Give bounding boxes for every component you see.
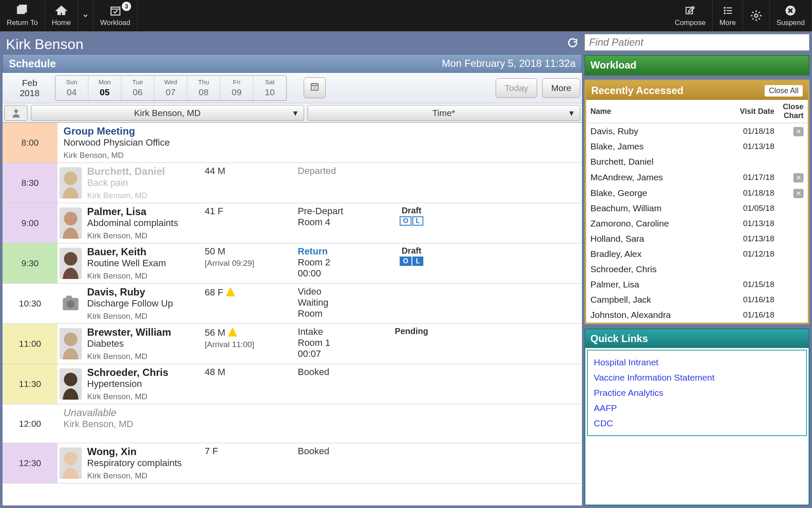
avatar	[58, 284, 84, 323]
appointment-row[interactable]: 11:30 Schroeder, Chris Hypertension Kirk…	[3, 364, 582, 404]
day-column[interactable]: Thu08	[187, 76, 220, 100]
search-input[interactable]	[584, 34, 809, 51]
workload-panel-header[interactable]: Workload	[585, 56, 809, 75]
appt-info: Schroeder, Chris Hypertension Kirk Benso…	[84, 364, 202, 404]
avatar	[58, 443, 84, 483]
recent-row[interactable]: Johnston, Alexandra01/16/18	[586, 307, 808, 323]
appointment-row[interactable]: 12:00 Unavailable Kirk Benson, MD	[3, 404, 582, 443]
warning-icon	[226, 287, 235, 296]
appt-time: 12:30	[3, 443, 58, 483]
appt-room: Booked	[295, 443, 380, 483]
appt-time: 10:30	[3, 284, 58, 323]
recent-row[interactable]: Blake, George01/18/18✕	[586, 185, 808, 201]
svg-rect-29	[66, 296, 71, 299]
svg-rect-1	[19, 5, 26, 12]
recent-row[interactable]: Blake, James01/13/18	[586, 139, 808, 154]
home-button[interactable]: Home	[45, 0, 78, 31]
date-selector-row: Feb 2018 Sun04Mon05Tue06Wed07Thu08Fri09S…	[3, 73, 582, 103]
home-icon	[55, 4, 68, 17]
person-filter-button[interactable]	[4, 105, 27, 121]
sort-select[interactable]: Time* ▾	[307, 105, 581, 121]
return-to-button[interactable]: Return To	[0, 0, 45, 31]
recent-row[interactable]: Schroeder, Chris	[586, 262, 808, 277]
schedule-header: Schedule Mon February 5, 2018 11:32a	[3, 54, 582, 73]
settings-button[interactable]	[743, 0, 770, 31]
day-column[interactable]: Sun04	[55, 76, 88, 100]
col-visit-date: Visit Date	[716, 100, 779, 123]
appt-info: Brewster, William Diabetes Kirk Benson, …	[84, 324, 202, 364]
appt-status	[380, 364, 443, 404]
refresh-button[interactable]	[567, 37, 579, 52]
close-chart-button[interactable]: ✕	[793, 173, 804, 182]
appt-status: DraftOL	[380, 243, 443, 283]
svg-rect-10	[726, 13, 732, 14]
avatar	[58, 324, 84, 364]
appointment-row[interactable]: 10:30 Davis, Ruby Discharge Follow Up Ki…	[3, 284, 582, 324]
return-to-icon	[16, 4, 29, 17]
close-all-button[interactable]: Close All	[765, 85, 803, 97]
appointment-row[interactable]: 11:00 Brewster, William Diabetes Kirk Be…	[3, 324, 582, 364]
schedule-more-button[interactable]: More	[542, 78, 580, 98]
appt-time: 11:30	[3, 364, 58, 404]
appointment-row[interactable]: 8:30 Burchett, Daniel Back pain Kirk Ben…	[3, 163, 582, 203]
appt-time: 11:00	[3, 324, 58, 364]
appt-status: Pending	[380, 324, 443, 364]
avatar	[58, 163, 84, 203]
calendar-picker-button[interactable]	[304, 77, 326, 98]
chevron-down-icon: ▾	[569, 108, 574, 118]
appt-room: Departed	[295, 163, 380, 203]
month-year-label: Feb 2018	[4, 78, 55, 98]
quick-link[interactable]: Practice Analytics	[594, 385, 800, 400]
svg-point-21	[64, 172, 77, 185]
schedule-label: Schedule	[9, 58, 56, 70]
compose-button[interactable]: Compose	[668, 0, 713, 31]
schedule-date: Mon February 5, 2018 11:32a	[442, 58, 576, 69]
appt-time: 8:30	[3, 163, 58, 203]
quick-links-list: Hospital IntranetVaccine Information Sta…	[587, 350, 807, 436]
recent-row[interactable]: Palmer, Lisa01/15/18	[586, 277, 808, 292]
today-button[interactable]: Today	[496, 78, 537, 98]
appt-room: IntakeRoom 100:07	[295, 324, 380, 364]
recent-row[interactable]: Beachum, William01/05/18	[586, 201, 808, 216]
quick-link[interactable]: CDC	[594, 416, 800, 431]
recent-row[interactable]: Zamorono, Caroline01/13/18	[586, 216, 808, 231]
recent-row[interactable]: Holland, Sara01/13/18	[586, 231, 808, 246]
recent-row[interactable]: Campbell, Jack01/16/18	[586, 292, 808, 307]
appointment-row[interactable]: 12:30 Wong, Xin Respiratory complaints K…	[3, 443, 582, 483]
provider-select[interactable]: Kirk Benson, MD ▾	[31, 105, 304, 121]
day-column[interactable]: Tue06	[121, 76, 154, 100]
workload-button[interactable]: Workload 3	[93, 0, 138, 31]
recent-row[interactable]: Burchett, Daniel	[586, 154, 808, 169]
svg-point-9	[724, 12, 725, 14]
appointments-list[interactable]: 8:00 Group Meeting Norwood Physician Off…	[3, 123, 582, 505]
close-chart-button[interactable]: ✕	[793, 127, 804, 136]
day-column[interactable]: Sat10	[253, 76, 286, 100]
patient-header: Kirk Benson	[3, 34, 582, 54]
quick-link[interactable]: AAFP	[594, 400, 800, 416]
appt-info: Bauer, Keith Routine Well Exam Kirk Bens…	[84, 243, 202, 283]
recent-row[interactable]: Davis, Ruby01/18/18✕	[586, 123, 808, 139]
col-close-chart: Close Chart	[779, 100, 808, 123]
day-column[interactable]: Wed07	[154, 76, 187, 100]
more-button[interactable]: More	[713, 0, 743, 31]
appt-room: Booked	[295, 364, 380, 404]
day-column[interactable]: Fri09	[220, 76, 253, 100]
home-dropdown-chevron[interactable]	[78, 0, 93, 31]
appointment-row[interactable]: 8:00 Group Meeting Norwood Physician Off…	[3, 123, 582, 163]
appointment-row[interactable]: 9:00 Palmer, Lisa Abdominal complaints K…	[3, 203, 582, 243]
suspend-button[interactable]: Suspend	[770, 0, 812, 31]
quick-links-panel: Quick Links Hospital IntranetVaccine Inf…	[584, 329, 809, 505]
selector-row: Kirk Benson, MD ▾ Time* ▾	[3, 103, 582, 123]
svg-point-23	[64, 212, 77, 226]
warning-icon	[228, 327, 237, 337]
appt-age: 68 F	[202, 284, 295, 323]
quick-link[interactable]: Hospital Intranet	[594, 355, 800, 370]
recent-row[interactable]: Bradley, Alex01/12/18	[586, 246, 808, 262]
close-chart-button[interactable]: ✕	[793, 189, 804, 198]
svg-rect-6	[726, 7, 732, 8]
quick-link[interactable]: Vaccine Information Statement	[594, 370, 800, 385]
recent-row[interactable]: McAndrew, James01/17/18✕	[586, 169, 808, 185]
appointment-row[interactable]: 9:30 Bauer, Keith Routine Well Exam Kirk…	[3, 243, 582, 284]
day-column[interactable]: Mon05	[88, 76, 121, 100]
appt-status: DraftOL	[380, 203, 443, 243]
